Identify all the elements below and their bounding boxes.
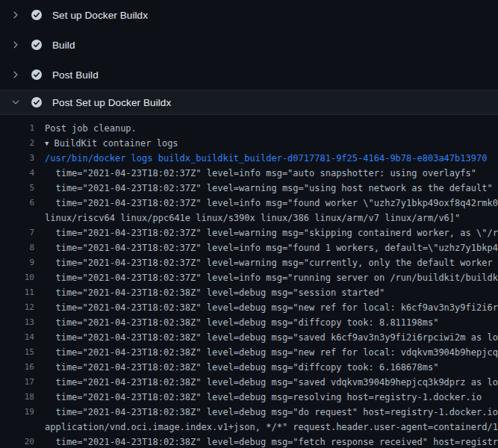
log-line: 2▼BuildKit container logs	[0, 136, 498, 151]
log-line-number[interactable]: 8	[0, 240, 34, 255]
log-line: 11 time="2021-04-23T18:02:38Z" level=deb…	[0, 285, 498, 300]
log-line-number[interactable]: 15	[0, 345, 34, 360]
log-line: 17 time="2021-04-23T18:02:38Z" level=deb…	[0, 375, 498, 390]
log-line-text: time="2021-04-23T18:02:38Z" level=debug …	[34, 315, 438, 330]
log-group-collapse-icon[interactable]: ▼	[45, 136, 49, 151]
log-line-number[interactable]: 16	[0, 360, 34, 375]
log-line: 9 time="2021-04-23T18:02:37Z" level=warn…	[0, 255, 498, 270]
log-line: 8 time="2021-04-23T18:02:37Z" level=info…	[0, 240, 498, 255]
log-line: 13 time="2021-04-23T18:02:38Z" level=deb…	[0, 315, 498, 330]
log-line-text: application/vnd.oci.image.index.v1+json,…	[34, 420, 498, 435]
log-line-number	[0, 420, 34, 435]
log-line: 1Post job cleanup.	[0, 121, 498, 136]
log-line: 6 time="2021-04-23T18:02:37Z" level=info…	[0, 196, 498, 211]
log-line-number[interactable]: 3	[0, 151, 34, 166]
log-line: 15 time="2021-04-23T18:02:38Z" level=deb…	[0, 345, 498, 360]
log-line-number[interactable]: 4	[0, 166, 34, 181]
log-line-number[interactable]: 10	[0, 270, 34, 285]
log-line-text: time="2021-04-23T18:02:37Z" level=warnin…	[34, 225, 498, 240]
log-line: 5 time="2021-04-23T18:02:37Z" level=warn…	[0, 181, 498, 196]
step-row-post-build[interactable]: Post Build	[0, 60, 498, 90]
log-line: 16 time="2021-04-23T18:02:38Z" level=deb…	[0, 360, 498, 375]
log-line-number[interactable]: 6	[0, 196, 34, 211]
check-circle-icon	[31, 9, 43, 21]
step-title: Set up Docker Buildx	[52, 10, 148, 21]
log-line-number[interactable]: 18	[0, 390, 34, 405]
log-line-text: linux/riscv64 linux/ppc641e linux/s390x …	[34, 211, 460, 225]
log-line-number[interactable]: 13	[0, 315, 34, 330]
log-line-text: time="2021-04-23T18:02:38Z" level=debug …	[34, 375, 498, 390]
step-title: Build	[52, 40, 75, 51]
log-line-number[interactable]: 9	[0, 255, 34, 270]
log-line: 14 time="2021-04-23T18:02:38Z" level=deb…	[0, 330, 498, 345]
step-row-post-setup-docker-buildx[interactable]: Post Set up Docker Buildx	[0, 90, 498, 115]
log-line-text: time="2021-04-23T18:02:38Z" level=debug …	[34, 390, 482, 405]
log-line: 18 time="2021-04-23T18:02:38Z" level=deb…	[0, 390, 498, 405]
log-line-number[interactable]: 7	[0, 225, 34, 240]
log-line-text: time="2021-04-23T18:02:37Z" level=warnin…	[34, 255, 498, 270]
log-line-number[interactable]: 11	[0, 285, 34, 300]
log-line-text: Post job cleanup.	[34, 121, 137, 136]
workflow-log-viewer: Set up Docker Buildx Build Post Build Po…	[0, 0, 498, 448]
step-row-build[interactable]: Build	[0, 30, 498, 60]
step-row-setup-docker-buildx[interactable]: Set up Docker Buildx	[0, 0, 498, 30]
log-line-text: ▼BuildKit container logs	[34, 136, 178, 151]
log-line-text: time="2021-04-23T18:02:38Z" level=debug …	[34, 285, 385, 300]
log-line-text: time="2021-04-23T18:02:38Z" level=debug …	[34, 435, 498, 448]
log-body: 1Post job cleanup.2▼BuildKit container l…	[0, 115, 498, 448]
log-line-text: /usr/bin/docker logs buildx_buildkit_bui…	[34, 151, 487, 166]
log-line: 10 time="2021-04-23T18:02:37Z" level=inf…	[0, 270, 498, 285]
log-line-number[interactable]: 19	[0, 405, 34, 420]
check-circle-icon	[31, 69, 43, 81]
log-line-text: time="2021-04-23T18:02:37Z" level=info m…	[34, 196, 498, 211]
step-title: Post Build	[52, 69, 99, 81]
log-line-text: time="2021-04-23T18:02:38Z" level=debug …	[34, 345, 498, 360]
log-line: 19 time="2021-04-23T18:02:38Z" level=deb…	[0, 405, 498, 420]
log-line-text: time="2021-04-23T18:02:38Z" level=debug …	[34, 360, 438, 375]
log-line: 12 time="2021-04-23T18:02:38Z" level=deb…	[0, 300, 498, 315]
log-line-text: time="2021-04-23T18:02:38Z" level=debug …	[34, 330, 498, 345]
chevron-right-icon	[10, 40, 21, 50]
log-line-text: time="2021-04-23T18:02:37Z" level=info m…	[34, 166, 476, 181]
log-line-number[interactable]: 2	[0, 136, 34, 151]
chevron-right-icon	[10, 10, 21, 20]
log-line-text: time="2021-04-23T18:02:38Z" level=debug …	[34, 300, 498, 315]
log-line: 7 time="2021-04-23T18:02:37Z" level=warn…	[0, 225, 498, 240]
step-title: Post Set up Docker Buildx	[52, 97, 171, 108]
chevron-down-icon	[10, 97, 21, 108]
log-line-text: time="2021-04-23T18:02:38Z" level=debug …	[34, 405, 498, 420]
log-line: linux/riscv64 linux/ppc641e linux/s390x …	[0, 211, 498, 225]
log-line: application/vnd.oci.image.index.v1+json,…	[0, 420, 498, 435]
log-line-text: time="2021-04-23T18:02:37Z" level=info m…	[34, 240, 498, 255]
log-line-number[interactable]: 5	[0, 181, 34, 196]
log-line: 3/usr/bin/docker logs buildx_buildkit_bu…	[0, 151, 498, 166]
log-line: 20 time="2021-04-23T18:02:38Z" level=deb…	[0, 435, 498, 448]
check-circle-icon	[31, 96, 43, 108]
log-line-text: time="2021-04-23T18:02:37Z" level=info m…	[34, 270, 498, 285]
log-line-number	[0, 211, 34, 225]
chevron-right-icon	[10, 69, 21, 80]
log-line: 4 time="2021-04-23T18:02:37Z" level=info…	[0, 166, 498, 181]
log-group-label[interactable]: BuildKit container logs	[54, 138, 178, 149]
log-line-number[interactable]: 17	[0, 375, 34, 390]
log-line-number[interactable]: 12	[0, 300, 34, 315]
log-line-number[interactable]: 20	[0, 435, 34, 448]
check-circle-icon	[31, 39, 43, 51]
log-line-number[interactable]: 1	[0, 121, 34, 136]
log-line-number[interactable]: 14	[0, 330, 34, 345]
log-line-text: time="2021-04-23T18:02:37Z" level=warnin…	[34, 181, 493, 196]
